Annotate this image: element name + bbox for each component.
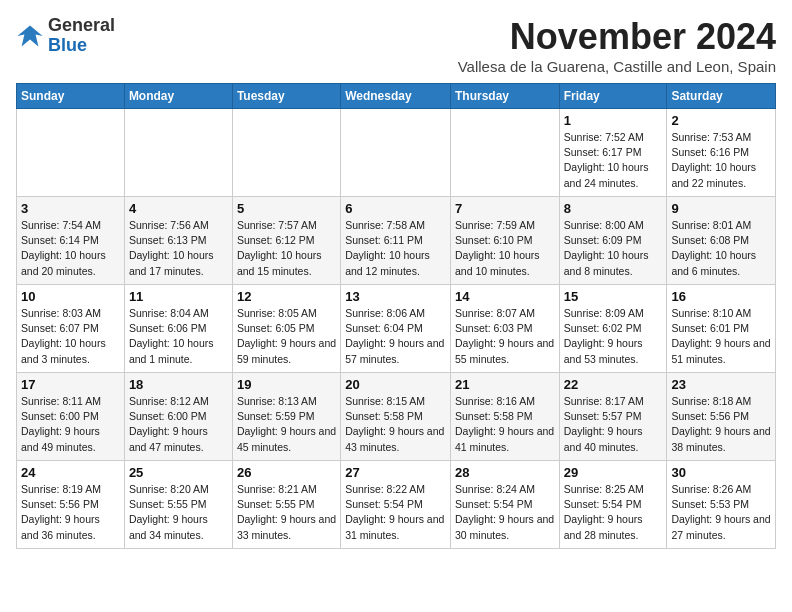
day-cell: 3Sunrise: 7:54 AM Sunset: 6:14 PM Daylig… (17, 197, 125, 285)
day-number: 12 (237, 289, 336, 304)
day-info: Sunrise: 7:56 AM Sunset: 6:13 PM Dayligh… (129, 218, 228, 279)
day-info: Sunrise: 7:52 AM Sunset: 6:17 PM Dayligh… (564, 130, 663, 191)
day-number: 4 (129, 201, 228, 216)
week-row-2: 3Sunrise: 7:54 AM Sunset: 6:14 PM Daylig… (17, 197, 776, 285)
week-row-5: 24Sunrise: 8:19 AM Sunset: 5:56 PM Dayli… (17, 461, 776, 549)
weekday-header-thursday: Thursday (450, 84, 559, 109)
day-cell: 13Sunrise: 8:06 AM Sunset: 6:04 PM Dayli… (341, 285, 451, 373)
day-number: 8 (564, 201, 663, 216)
day-number: 24 (21, 465, 120, 480)
day-number: 30 (671, 465, 771, 480)
weekday-header-tuesday: Tuesday (232, 84, 340, 109)
day-cell: 28Sunrise: 8:24 AM Sunset: 5:54 PM Dayli… (450, 461, 559, 549)
day-info: Sunrise: 8:17 AM Sunset: 5:57 PM Dayligh… (564, 394, 663, 455)
day-number: 5 (237, 201, 336, 216)
week-row-3: 10Sunrise: 8:03 AM Sunset: 6:07 PM Dayli… (17, 285, 776, 373)
day-info: Sunrise: 8:10 AM Sunset: 6:01 PM Dayligh… (671, 306, 771, 367)
day-number: 29 (564, 465, 663, 480)
day-cell (17, 109, 125, 197)
title-section: November 2024 Vallesa de la Guarena, Cas… (458, 16, 776, 75)
day-number: 1 (564, 113, 663, 128)
day-cell: 25Sunrise: 8:20 AM Sunset: 5:55 PM Dayli… (124, 461, 232, 549)
day-cell: 5Sunrise: 7:57 AM Sunset: 6:12 PM Daylig… (232, 197, 340, 285)
day-cell: 6Sunrise: 7:58 AM Sunset: 6:11 PM Daylig… (341, 197, 451, 285)
day-cell: 29Sunrise: 8:25 AM Sunset: 5:54 PM Dayli… (559, 461, 667, 549)
weekday-header-friday: Friday (559, 84, 667, 109)
day-cell: 2Sunrise: 7:53 AM Sunset: 6:16 PM Daylig… (667, 109, 776, 197)
day-info: Sunrise: 8:11 AM Sunset: 6:00 PM Dayligh… (21, 394, 120, 455)
day-info: Sunrise: 7:57 AM Sunset: 6:12 PM Dayligh… (237, 218, 336, 279)
day-info: Sunrise: 8:06 AM Sunset: 6:04 PM Dayligh… (345, 306, 446, 367)
day-cell: 18Sunrise: 8:12 AM Sunset: 6:00 PM Dayli… (124, 373, 232, 461)
day-number: 14 (455, 289, 555, 304)
day-number: 26 (237, 465, 336, 480)
day-info: Sunrise: 8:19 AM Sunset: 5:56 PM Dayligh… (21, 482, 120, 543)
day-cell: 1Sunrise: 7:52 AM Sunset: 6:17 PM Daylig… (559, 109, 667, 197)
day-cell: 27Sunrise: 8:22 AM Sunset: 5:54 PM Dayli… (341, 461, 451, 549)
day-info: Sunrise: 8:26 AM Sunset: 5:53 PM Dayligh… (671, 482, 771, 543)
day-number: 3 (21, 201, 120, 216)
day-cell: 16Sunrise: 8:10 AM Sunset: 6:01 PM Dayli… (667, 285, 776, 373)
day-number: 22 (564, 377, 663, 392)
day-number: 7 (455, 201, 555, 216)
day-info: Sunrise: 8:18 AM Sunset: 5:56 PM Dayligh… (671, 394, 771, 455)
day-cell (232, 109, 340, 197)
day-number: 19 (237, 377, 336, 392)
day-number: 23 (671, 377, 771, 392)
day-info: Sunrise: 8:20 AM Sunset: 5:55 PM Dayligh… (129, 482, 228, 543)
weekday-header-monday: Monday (124, 84, 232, 109)
day-number: 25 (129, 465, 228, 480)
day-number: 9 (671, 201, 771, 216)
day-cell: 19Sunrise: 8:13 AM Sunset: 5:59 PM Dayli… (232, 373, 340, 461)
day-info: Sunrise: 8:24 AM Sunset: 5:54 PM Dayligh… (455, 482, 555, 543)
weekday-header-row: SundayMondayTuesdayWednesdayThursdayFrid… (17, 84, 776, 109)
day-cell: 17Sunrise: 8:11 AM Sunset: 6:00 PM Dayli… (17, 373, 125, 461)
day-number: 27 (345, 465, 446, 480)
day-cell: 14Sunrise: 8:07 AM Sunset: 6:03 PM Dayli… (450, 285, 559, 373)
day-number: 11 (129, 289, 228, 304)
day-cell: 15Sunrise: 8:09 AM Sunset: 6:02 PM Dayli… (559, 285, 667, 373)
day-info: Sunrise: 8:01 AM Sunset: 6:08 PM Dayligh… (671, 218, 771, 279)
day-cell: 30Sunrise: 8:26 AM Sunset: 5:53 PM Dayli… (667, 461, 776, 549)
weekday-header-saturday: Saturday (667, 84, 776, 109)
day-info: Sunrise: 8:03 AM Sunset: 6:07 PM Dayligh… (21, 306, 120, 367)
weekday-header-sunday: Sunday (17, 84, 125, 109)
day-number: 20 (345, 377, 446, 392)
day-info: Sunrise: 7:58 AM Sunset: 6:11 PM Dayligh… (345, 218, 446, 279)
day-info: Sunrise: 7:54 AM Sunset: 6:14 PM Dayligh… (21, 218, 120, 279)
calendar-table: SundayMondayTuesdayWednesdayThursdayFrid… (16, 83, 776, 549)
day-info: Sunrise: 8:13 AM Sunset: 5:59 PM Dayligh… (237, 394, 336, 455)
logo-general: General (48, 15, 115, 35)
page-header: General Blue November 2024 Vallesa de la… (16, 16, 776, 75)
day-info: Sunrise: 8:16 AM Sunset: 5:58 PM Dayligh… (455, 394, 555, 455)
logo-blue: Blue (48, 35, 87, 55)
day-info: Sunrise: 8:22 AM Sunset: 5:54 PM Dayligh… (345, 482, 446, 543)
location-subtitle: Vallesa de la Guarena, Castille and Leon… (458, 58, 776, 75)
day-cell: 21Sunrise: 8:16 AM Sunset: 5:58 PM Dayli… (450, 373, 559, 461)
day-info: Sunrise: 7:53 AM Sunset: 6:16 PM Dayligh… (671, 130, 771, 191)
day-number: 21 (455, 377, 555, 392)
week-row-4: 17Sunrise: 8:11 AM Sunset: 6:00 PM Dayli… (17, 373, 776, 461)
day-cell: 12Sunrise: 8:05 AM Sunset: 6:05 PM Dayli… (232, 285, 340, 373)
day-info: Sunrise: 8:05 AM Sunset: 6:05 PM Dayligh… (237, 306, 336, 367)
day-info: Sunrise: 8:21 AM Sunset: 5:55 PM Dayligh… (237, 482, 336, 543)
day-cell: 9Sunrise: 8:01 AM Sunset: 6:08 PM Daylig… (667, 197, 776, 285)
day-cell (124, 109, 232, 197)
day-cell: 8Sunrise: 8:00 AM Sunset: 6:09 PM Daylig… (559, 197, 667, 285)
day-info: Sunrise: 8:04 AM Sunset: 6:06 PM Dayligh… (129, 306, 228, 367)
day-cell: 4Sunrise: 7:56 AM Sunset: 6:13 PM Daylig… (124, 197, 232, 285)
day-number: 18 (129, 377, 228, 392)
day-cell: 23Sunrise: 8:18 AM Sunset: 5:56 PM Dayli… (667, 373, 776, 461)
day-number: 16 (671, 289, 771, 304)
month-title: November 2024 (458, 16, 776, 58)
logo-text: General Blue (48, 16, 115, 56)
day-info: Sunrise: 7:59 AM Sunset: 6:10 PM Dayligh… (455, 218, 555, 279)
day-number: 15 (564, 289, 663, 304)
day-info: Sunrise: 8:12 AM Sunset: 6:00 PM Dayligh… (129, 394, 228, 455)
day-number: 28 (455, 465, 555, 480)
day-cell: 7Sunrise: 7:59 AM Sunset: 6:10 PM Daylig… (450, 197, 559, 285)
svg-marker-0 (17, 25, 42, 46)
day-number: 13 (345, 289, 446, 304)
weekday-header-wednesday: Wednesday (341, 84, 451, 109)
day-number: 17 (21, 377, 120, 392)
